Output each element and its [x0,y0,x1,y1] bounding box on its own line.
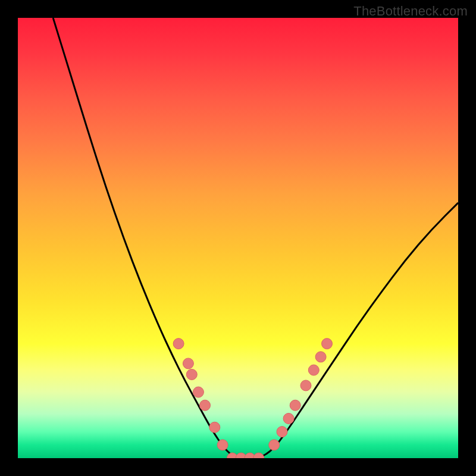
marker-right-cluster [322,339,333,349]
marker-left-cluster [186,369,197,380]
marker-left-cluster [173,339,184,349]
marker-left-cluster [209,422,220,433]
chart-frame [0,0,476,476]
marker-left-cluster [183,358,193,369]
bottleneck-curve [53,18,458,458]
marker-right-cluster [300,380,311,391]
marker-left-cluster [193,387,203,397]
plot-area [18,18,458,458]
marker-left-cluster [200,400,211,411]
marker-right-cluster [283,413,294,424]
marker-right-cluster [308,365,319,375]
watermark-text: TheBottleneck.com [353,4,468,19]
marker-right-cluster [290,400,300,411]
marker-right-cluster [269,440,280,450]
marker-right-cluster [315,352,326,362]
marker-right-cluster [277,427,287,437]
marker-left-cluster [217,440,228,450]
chart-svg [18,18,458,458]
marker-trough [253,453,264,458]
